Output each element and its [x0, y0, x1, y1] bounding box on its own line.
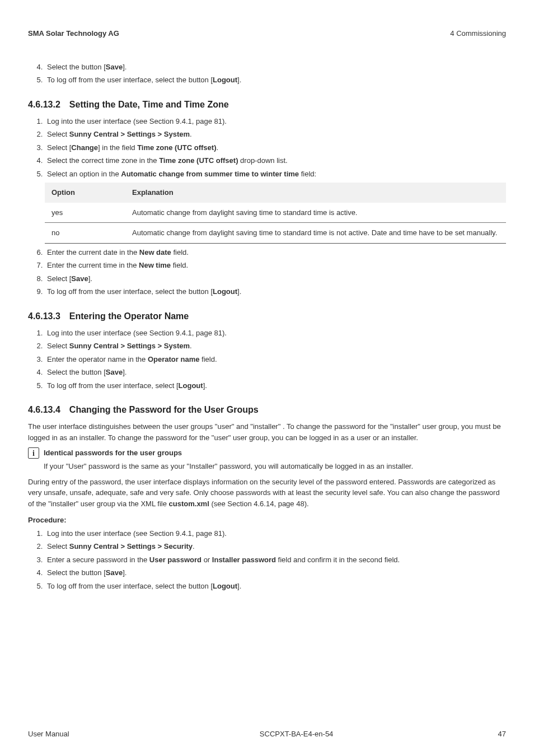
list-item: Select [Change] in the field Time zone (… [45, 142, 506, 153]
table-row: yesAutomatic change from daylight saving… [45, 203, 506, 223]
list-item: Log into the user interface (see Section… [45, 528, 506, 539]
section-4-steps: Log into the user interface (see Section… [28, 528, 506, 592]
procedure-label: Procedure: [28, 515, 506, 526]
table-header-option: Option [45, 183, 125, 203]
section-2-steps-b: Enter the current date in the New date f… [28, 247, 506, 297]
list-item: Select Sunny Central > Settings > System… [45, 340, 506, 352]
heading-4-6-13-3: 4.6.13.3 Entering the Operator Name [28, 310, 506, 323]
options-table: Option Explanation yesAutomatic change f… [45, 183, 506, 244]
heading-4-6-13-2: 4.6.13.2 Setting the Date, Time and Time… [28, 98, 506, 111]
info-note: i Identical passwords for the user group… [28, 447, 506, 459]
explanation-cell: Automatic change from daylight saving ti… [125, 223, 506, 244]
list-item: Select the button [Save]. [45, 62, 506, 73]
table-row: noAutomatic change from daylight saving … [45, 223, 506, 244]
page-header: SMA Solar Technology AG 4 Commissioning [28, 28, 506, 39]
option-cell: yes [45, 203, 125, 223]
info-body: If your "User" password is the same as y… [44, 461, 506, 472]
para2-bold: custom.xml [169, 500, 209, 508]
info-title: Identical passwords for the user groups [44, 447, 182, 459]
para2-post: (see Section 4.6.14, page 48). [209, 500, 309, 508]
heading-4-6-13-4: 4.6.13.4 Changing the Password for the U… [28, 403, 506, 417]
section-4-para2: During entry of the password, the user i… [28, 477, 506, 510]
list-item: Select Sunny Central > Settings > System… [45, 129, 506, 140]
list-item: Enter a secure password in the User pass… [45, 554, 506, 566]
list-item: Enter the current time in the New time f… [45, 260, 506, 271]
list-item: To log off from the user interface, sele… [45, 581, 506, 592]
footer-center: SCCPXT-BA-E4-en-54 [260, 729, 333, 740]
explanation-cell: Automatic change from daylight saving ti… [125, 203, 506, 223]
list-item: Log into the user interface (see Section… [45, 328, 506, 339]
list-item: Select an option in the Automatic change… [45, 169, 506, 180]
list-item: To log off from the user interface, sele… [45, 286, 506, 297]
section-4-intro: The user interface distinguishes between… [28, 421, 506, 443]
list-item: Select the button [Save]. [45, 367, 506, 378]
header-left: SMA Solar Technology AG [28, 28, 119, 39]
header-right: 4 Commissioning [450, 28, 506, 39]
list-item: Enter the current date in the New date f… [45, 247, 506, 258]
page-footer: User Manual SCCPXT-BA-E4-en-54 47 [28, 729, 506, 740]
section-2-steps-a: Log into the user interface (see Section… [28, 116, 506, 180]
footer-right: 47 [498, 729, 506, 740]
footer-left: User Manual [28, 729, 69, 740]
list-item: To log off from the user interface, sele… [45, 380, 506, 391]
list-item: Select the button [Save]. [45, 567, 506, 578]
list-item: Select [Save]. [45, 273, 506, 284]
option-cell: no [45, 223, 125, 244]
continued-steps-list: Select the button [Save].To log off from… [28, 62, 506, 86]
list-item: To log off from the user interface, sele… [45, 74, 506, 86]
list-item: Select the correct time zone in the Time… [45, 155, 506, 166]
info-icon: i [28, 447, 39, 459]
list-item: Enter the operator name in the Operator … [45, 354, 506, 365]
section-3-steps: Log into the user interface (see Section… [28, 328, 506, 391]
table-header-explanation: Explanation [125, 183, 506, 203]
list-item: Log into the user interface (see Section… [45, 116, 506, 127]
list-item: Select Sunny Central > Settings > Securi… [45, 541, 506, 552]
